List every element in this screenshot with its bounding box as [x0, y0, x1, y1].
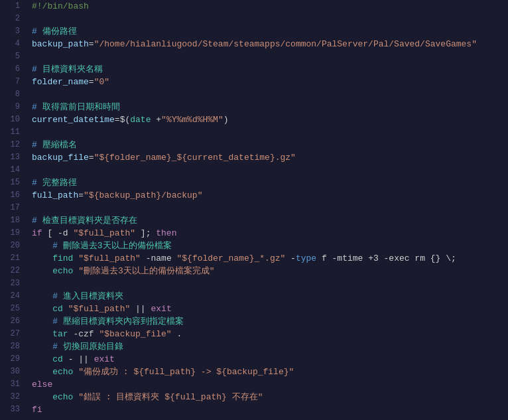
indent-27: [32, 329, 52, 339]
line-7: folder_name="0": [32, 76, 508, 88]
line-3: # 備份路徑: [32, 25, 508, 38]
line-num-23: 23: [0, 277, 20, 290]
line-num-33: 33: [0, 403, 20, 416]
comment-12-zh: 壓縮檔名: [42, 140, 77, 150]
pipe-25: ||: [130, 304, 151, 314]
line-num-19: 19: [0, 227, 20, 240]
line-num-15: 15: [0, 176, 20, 189]
line-num-27: 27: [0, 328, 20, 340]
comment-28-zh: 切換回原始目錄: [63, 342, 123, 352]
dollar-paren-10: $(: [120, 115, 131, 125]
var-full-path: full_path: [32, 190, 78, 200]
comment-6-zh: 目標資料夾名稱: [42, 64, 103, 74]
comment-20-zh: 刪除過去3天以上的備份檔案: [63, 241, 172, 251]
line-num-13: 13: [0, 151, 20, 164]
line-num-28: 28: [0, 340, 20, 353]
line-22: echo "刪除過去3天以上的備份檔案完成": [32, 265, 508, 277]
line-11: [32, 126, 508, 139]
line-4: backup_path="/home/hialanliugood/Steam/s…: [32, 38, 508, 50]
line-5: [32, 50, 508, 63]
indent-22: [32, 266, 52, 276]
line-num-7: 7: [0, 76, 20, 88]
cmd-echo-32: echo: [52, 392, 73, 402]
indent-28: [32, 342, 52, 352]
line-num-18: 18: [0, 214, 20, 227]
line-33: fi: [32, 403, 508, 416]
indent-32: [32, 392, 52, 402]
string-16: "${backup_path}/backup": [84, 190, 202, 200]
indent-26: [32, 316, 52, 326]
string-13: "${folder_name}_${current_datetime}.gz": [94, 153, 296, 163]
line-num-3: 3: [0, 25, 20, 38]
line-num-29: 29: [0, 353, 20, 366]
line-num-17: 17: [0, 202, 20, 214]
line-num-2: 2: [0, 13, 20, 25]
string-27: "$backup_file": [99, 329, 171, 339]
indent-30: [32, 367, 52, 377]
line-num-11: 11: [0, 126, 20, 139]
line-9: # 取得當前日期和時間: [32, 101, 508, 113]
line-16: full_path="${backup_path}/backup": [32, 189, 508, 202]
line-num-14: 14: [0, 164, 20, 176]
comment-28: #: [52, 342, 63, 352]
space-25: [63, 304, 68, 314]
string-21b: "${folder_name}_*.gz": [176, 253, 285, 263]
string-30: "備份成功 : ${full_path} -> ${backup_file}": [78, 367, 294, 377]
line-20: # 刪除過去3天以上的備份檔案: [32, 240, 508, 252]
comment-12: #: [32, 140, 42, 150]
code-content: #!/bin/bash # 備份路徑 backup_path="/home/hi…: [25, 0, 508, 420]
line-29: cd - || exit: [32, 353, 508, 366]
shebang-text: #!/bin/bash: [32, 1, 89, 11]
indent-21: [32, 253, 52, 263]
line-2: [32, 13, 508, 25]
space-27: -czf: [68, 329, 99, 339]
line-num-26: 26: [0, 315, 20, 328]
comment-18: #: [32, 216, 42, 226]
line-23: [32, 277, 508, 290]
line-1: #!/bin/bash: [32, 0, 508, 13]
comment-3-zh: 備份路徑: [42, 27, 77, 36]
line-num-25: 25: [0, 303, 20, 315]
line-19: if [ -d "$full_path" ]; then: [32, 227, 508, 240]
line-8: [32, 88, 508, 101]
line-15: # 完整路徑: [32, 176, 508, 189]
line-26: # 壓縮目標資料夾內容到指定檔案: [32, 315, 508, 328]
cmd-cd-29: cd: [52, 354, 63, 364]
line-13: backup_file="${folder_name}_${current_da…: [32, 151, 508, 164]
string-7: "0": [94, 77, 109, 87]
comment-18-zh: 檢查目標資料夾是否存在: [42, 216, 137, 226]
line-31: else: [32, 378, 508, 391]
cmd-tar: tar: [52, 329, 68, 339]
equals-4: =: [89, 39, 94, 49]
space-21d: f -mtime +3 -exec rm {} \;: [316, 253, 456, 263]
equals-10: =: [115, 115, 120, 125]
line-30: echo "備份成功 : ${full_path} -> ${backup_fi…: [32, 366, 508, 378]
line-num-16: 16: [0, 189, 20, 202]
line-32: echo "錯誤 : 目標資料夾 ${full_path} 不存在": [32, 391, 508, 403]
comment-15-zh: 完整路徑: [42, 178, 77, 188]
line-24: # 進入目標資料夾: [32, 290, 508, 303]
equals-16: =: [78, 190, 84, 200]
string-19: "$full_path": [73, 228, 135, 238]
comment-9-zh: 取得當前日期和時間: [42, 102, 120, 112]
comment-15: #: [32, 178, 42, 188]
string-25: "$full_path": [68, 304, 131, 314]
line-num-5: 5: [0, 50, 20, 63]
comment-20: #: [52, 241, 63, 251]
line-num-1: 1: [0, 0, 20, 13]
line-num-6: 6: [0, 63, 20, 76]
string-32: "錯誤 : 目標資料夾 ${full_path} 不存在": [78, 392, 263, 402]
string-10: "%Y%m%d%H%M": [161, 115, 223, 125]
close-paren-10: ): [223, 115, 229, 125]
string-22: "刪除過去3天以上的備份檔案完成": [78, 266, 214, 276]
line-17: [32, 202, 508, 214]
line-14: [32, 164, 508, 176]
line-12: # 壓縮檔名: [32, 139, 508, 151]
comment-24: #: [52, 291, 63, 301]
space-10: +: [151, 115, 161, 125]
type-keyword: type: [296, 253, 316, 263]
indent-29: [32, 354, 52, 364]
kw-exit-25: exit: [151, 304, 171, 314]
line-6: # 目標資料夾名稱: [32, 63, 508, 76]
line-25: cd "$full_path" || exit: [32, 303, 508, 315]
